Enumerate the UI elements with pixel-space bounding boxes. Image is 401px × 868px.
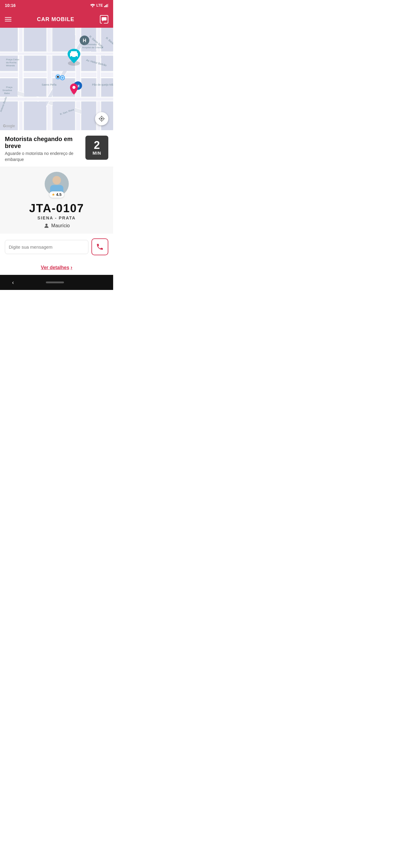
- star-icon: ★: [52, 192, 55, 197]
- svg-point-58: [76, 56, 77, 58]
- location-button[interactable]: [95, 112, 108, 125]
- home-indicator: [46, 281, 64, 283]
- eta-badge: 2 MIN: [85, 135, 108, 160]
- svg-rect-5: [102, 17, 107, 21]
- location-icon: [98, 116, 105, 122]
- chevron-right-icon: ›: [70, 264, 73, 271]
- details-link-text: Ver detalhes: [41, 265, 69, 270]
- svg-rect-15: [47, 28, 51, 130]
- svg-text:H: H: [83, 38, 86, 43]
- svg-rect-3: [107, 4, 107, 7]
- svg-point-0: [92, 6, 93, 7]
- svg-rect-42: [102, 79, 113, 96]
- svg-point-53: [73, 86, 76, 89]
- back-arrow[interactable]: ‹: [12, 279, 14, 286]
- rating-badge: ★ 4.5: [49, 191, 64, 198]
- svg-point-57: [70, 56, 73, 58]
- details-row: Ver detalhes ›: [0, 260, 113, 275]
- svg-text:Miranda: Miranda: [6, 64, 15, 67]
- driver-section: ★ 4.5 JTA-0107 SIENA - PRATA Maurício: [0, 167, 113, 234]
- svg-text:oogle: oogle: [6, 124, 15, 128]
- svg-point-83: [45, 224, 47, 226]
- phone-icon: [96, 243, 104, 251]
- svg-point-61: [57, 76, 59, 78]
- svg-text:Pão de queijo Mãe Maria: Pão de queijo Mãe Maria: [92, 83, 113, 86]
- menu-button[interactable]: [5, 17, 11, 22]
- svg-text:Praça: Praça: [6, 86, 12, 89]
- signal-icon: [104, 4, 108, 7]
- bottom-nav-bar: ‹: [0, 275, 113, 290]
- eta-unit: MIN: [93, 151, 102, 156]
- call-button[interactable]: [91, 239, 108, 255]
- svg-rect-27: [0, 53, 113, 55]
- svg-rect-1: [104, 6, 105, 7]
- person-head: [53, 176, 61, 184]
- arriving-subtitle: Aguarde o motorista no endereço de embar…: [5, 151, 82, 162]
- svg-text:da Rocha: da Rocha: [6, 61, 17, 64]
- svg-rect-25: [0, 98, 113, 101]
- chat-icon: [102, 17, 107, 22]
- svg-rect-45: [53, 101, 75, 130]
- contact-row: [0, 234, 113, 260]
- svg-text:Saens Peña: Saens Peña: [41, 83, 56, 86]
- svg-text:G: G: [3, 124, 6, 128]
- svg-text:Babo: Babo: [4, 92, 10, 95]
- svg-rect-41: [82, 79, 96, 96]
- plate-number: JTA-0107: [29, 202, 84, 215]
- eta-number: 2: [94, 140, 100, 151]
- chat-button[interactable]: [100, 15, 108, 24]
- svg-rect-39: [24, 79, 46, 96]
- svg-rect-28: [0, 28, 18, 51]
- person-icon: [44, 223, 50, 229]
- status-time: 10:16: [5, 3, 16, 8]
- svg-point-63: [61, 76, 64, 79]
- driver-name-row: Maurício: [44, 223, 70, 229]
- svg-rect-4: [108, 4, 108, 7]
- svg-text:Praça Celso: Praça Celso: [6, 58, 19, 61]
- status-bar: 10:16 LTE: [0, 0, 113, 11]
- arriving-title: Motorista chegando em breve: [5, 135, 82, 150]
- svg-rect-46: [82, 101, 96, 130]
- status-icons: LTE: [90, 3, 108, 7]
- lte-label: LTE: [96, 3, 103, 7]
- rating-value: 4.5: [56, 192, 62, 197]
- wifi-icon: [90, 4, 95, 7]
- svg-rect-30: [53, 28, 75, 51]
- svg-text:Smartine: Smartine: [2, 89, 12, 92]
- message-input[interactable]: [5, 240, 88, 254]
- details-link[interactable]: Ver detalhes ›: [41, 264, 72, 271]
- svg-rect-34: [24, 56, 46, 71]
- car-model: SIENA - PRATA: [37, 216, 76, 220]
- svg-point-81: [101, 118, 103, 120]
- app-title: CAR MOBILE: [37, 16, 75, 23]
- svg-rect-56: [71, 51, 77, 54]
- svg-text:Hospital da Criança: Hospital da Criança: [82, 46, 103, 49]
- arriving-section: Motorista chegando em breve Aguarde o mo…: [0, 130, 113, 167]
- svg-rect-2: [105, 5, 106, 7]
- svg-rect-44: [24, 101, 46, 130]
- svg-rect-13: [19, 28, 23, 130]
- svg-rect-29: [24, 28, 46, 51]
- svg-marker-6: [102, 21, 104, 22]
- driver-avatar-wrap: ★ 4.5: [45, 172, 69, 196]
- app-header: CAR MOBILE: [0, 11, 113, 28]
- svg-text:Prontobaby: Prontobaby: [85, 43, 97, 46]
- driver-name: Maurício: [51, 223, 70, 228]
- arriving-text: Motorista chegando em breve Aguarde o mo…: [5, 135, 82, 162]
- map-view: H M R. Barão de Mesquita R. Santa Sofía …: [0, 28, 113, 130]
